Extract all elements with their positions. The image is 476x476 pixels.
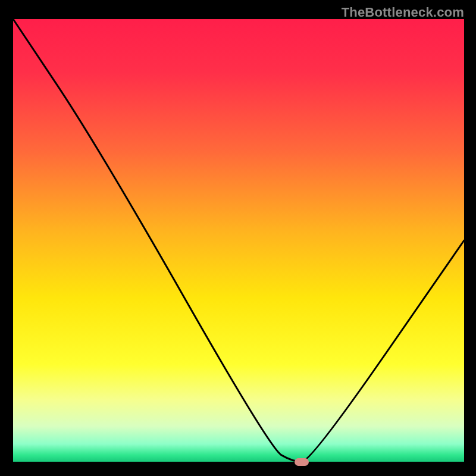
plot-area [13,19,464,462]
chart-curve-svg [13,19,464,462]
optimal-point-marker [295,458,309,466]
watermark-text: TheBottleneck.com [342,5,464,20]
bottleneck-curve-path [13,19,464,462]
chart-stage: TheBottleneck.com [0,0,476,476]
